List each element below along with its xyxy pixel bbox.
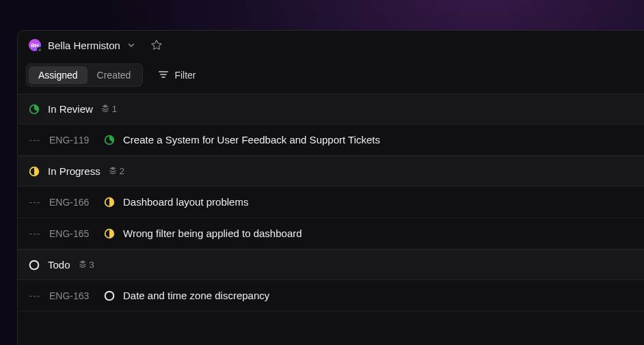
priority-icon[interactable]: --- xyxy=(29,197,41,208)
issue-groups: In Review1---ENG-119Create a System for … xyxy=(18,94,644,312)
stack-icon xyxy=(101,104,109,114)
svg-point-5 xyxy=(30,260,39,269)
status-icon-in_progress[interactable] xyxy=(104,228,115,239)
stack-icon xyxy=(79,260,87,270)
group-count: 1 xyxy=(101,104,117,114)
issue-title: Wrong filter being applied to dashboard xyxy=(123,227,302,239)
group-header-in_review[interactable]: In Review1 xyxy=(18,94,644,124)
issue-title: Dashboard layout problems xyxy=(123,196,248,208)
status-icon-todo xyxy=(29,260,40,271)
filter-label: Filter xyxy=(174,70,196,81)
user-name[interactable]: Bella Hermiston xyxy=(48,40,120,51)
view-segmented-control: Assigned Created xyxy=(26,64,143,87)
issue-row[interactable]: ---ENG-165Wrong filter being applied to … xyxy=(18,218,644,249)
group-title: Todo xyxy=(48,259,70,271)
priority-icon[interactable]: --- xyxy=(29,228,41,239)
panel-header: BH Bella Hermiston xyxy=(18,31,644,59)
issue-row[interactable]: ---ENG-119Create a System for User Feedb… xyxy=(18,124,644,156)
chevron-down-icon[interactable] xyxy=(127,41,135,49)
group-count: 3 xyxy=(79,260,94,270)
issue-id: ENG-119 xyxy=(49,135,96,146)
presence-indicator xyxy=(37,47,42,53)
status-icon-in_progress[interactable] xyxy=(104,197,115,208)
group-header-in_progress[interactable]: In Progress2 xyxy=(18,156,644,187)
status-icon-in_progress xyxy=(29,166,40,177)
issue-id: ENG-166 xyxy=(49,197,96,208)
group-title: In Review xyxy=(48,103,93,115)
toolbar: Assigned Created Filter xyxy=(18,59,644,94)
group-title: In Progress xyxy=(48,165,100,177)
status-icon-in_review[interactable] xyxy=(104,135,115,146)
issues-panel: BH Bella Hermiston Assigned Created Filt… xyxy=(17,30,644,345)
avatar[interactable]: BH xyxy=(29,39,41,51)
issue-row[interactable]: ---ENG-166Dashboard layout problems xyxy=(18,187,644,218)
status-icon-todo[interactable] xyxy=(104,290,115,301)
priority-icon[interactable]: --- xyxy=(29,135,41,146)
filter-button[interactable]: Filter xyxy=(152,66,201,85)
issue-title: Date and time zone discrepancy xyxy=(123,290,269,301)
status-icon-in_review xyxy=(29,104,40,115)
issue-row[interactable]: ---ENG-163Date and time zone discrepancy xyxy=(18,280,644,312)
tab-assigned[interactable]: Assigned xyxy=(29,66,88,84)
svg-point-6 xyxy=(105,291,114,300)
tab-created[interactable]: Created xyxy=(88,66,141,84)
group-header-todo[interactable]: Todo3 xyxy=(18,249,644,280)
filter-icon xyxy=(158,69,169,82)
issue-title: Create a System for User Feedback and Su… xyxy=(123,134,380,146)
group-count: 2 xyxy=(109,166,124,176)
stack-icon xyxy=(109,166,117,176)
priority-icon[interactable]: --- xyxy=(29,290,41,301)
star-icon[interactable] xyxy=(150,39,163,51)
issue-id: ENG-163 xyxy=(49,290,96,301)
issue-id: ENG-165 xyxy=(49,228,96,239)
